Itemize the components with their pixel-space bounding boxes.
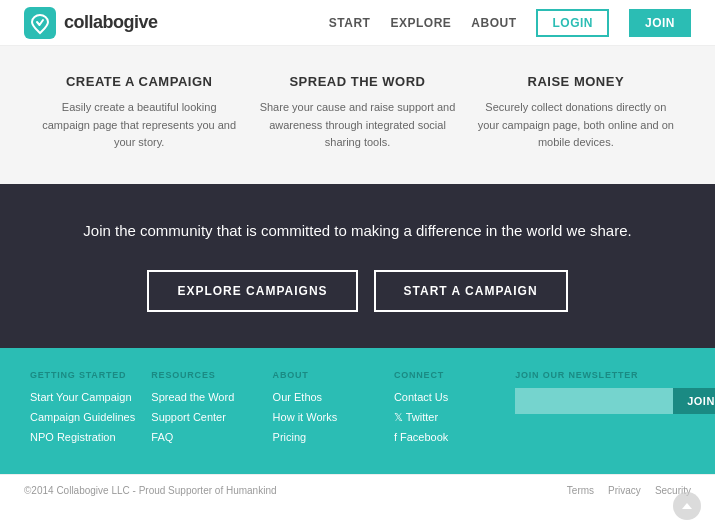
login-button[interactable]: LOGIN bbox=[536, 9, 609, 37]
cta-buttons: EXPLORE CAMPAIGNS START A CAMPAIGN bbox=[60, 270, 655, 312]
feature-spread-title: SPREAD THE WORD bbox=[258, 74, 456, 89]
feature-raise-desc: Securely collect donations directly on y… bbox=[477, 99, 675, 152]
footer-bottom: ©2014 Collabogive LLC - Proud Supporter … bbox=[0, 474, 715, 506]
nav-about[interactable]: ABOUT bbox=[471, 16, 516, 30]
cta-section: Join the community that is committed to … bbox=[0, 184, 715, 349]
footer-link-twitter[interactable]: 𝕏 Twitter bbox=[394, 408, 515, 428]
logo-text: collabogive bbox=[64, 12, 158, 33]
feature-raise: RAISE MONEY Securely collect donations d… bbox=[477, 74, 675, 152]
footer-link-pricing[interactable]: Pricing bbox=[273, 428, 394, 448]
footer-col-resources: RESOURCES Spread the Word Support Center… bbox=[151, 370, 272, 447]
start-campaign-button[interactable]: START A CAMPAIGN bbox=[374, 270, 568, 312]
logo-area: collabogive bbox=[24, 7, 158, 39]
feature-raise-title: RAISE MONEY bbox=[477, 74, 675, 89]
newsletter-form: JOIN bbox=[515, 388, 685, 414]
newsletter-input[interactable] bbox=[515, 388, 673, 414]
scroll-up-arrow-icon bbox=[682, 503, 692, 509]
newsletter-join-button[interactable]: JOIN bbox=[673, 388, 715, 414]
nav-explore[interactable]: EXPLORE bbox=[390, 16, 451, 30]
main-nav: START EXPLORE ABOUT LOGIN JOIN bbox=[329, 9, 691, 37]
footer-col-getting-started-title: GETTING STARTED bbox=[30, 370, 151, 380]
feature-create: CREATE A CAMPAIGN Easily create a beauti… bbox=[40, 74, 238, 152]
header: collabogive START EXPLORE ABOUT LOGIN JO… bbox=[0, 0, 715, 46]
feature-spread: SPREAD THE WORD Share your cause and rai… bbox=[258, 74, 456, 152]
feature-spread-desc: Share your cause and raise support and a… bbox=[258, 99, 456, 152]
footer-link-faq[interactable]: FAQ bbox=[151, 428, 272, 448]
feature-create-title: CREATE A CAMPAIGN bbox=[40, 74, 238, 89]
footer-col-resources-title: RESOURCES bbox=[151, 370, 272, 380]
scroll-to-top-button[interactable] bbox=[673, 492, 701, 520]
footer-col-getting-started: GETTING STARTED Start Your Campaign Camp… bbox=[30, 370, 151, 447]
feature-create-desc: Easily create a beautiful looking campai… bbox=[40, 99, 238, 152]
footer-link-start-campaign[interactable]: Start Your Campaign bbox=[30, 388, 151, 408]
twitter-icon: 𝕏 bbox=[394, 411, 406, 423]
footer-privacy-link[interactable]: Privacy bbox=[608, 485, 641, 496]
newsletter-col: JOIN OUR NEWSLETTER JOIN bbox=[515, 370, 685, 447]
copyright: ©2014 Collabogive LLC - Proud Supporter … bbox=[24, 485, 277, 496]
footer-link-guidelines[interactable]: Campaign Guidelines bbox=[30, 408, 151, 428]
footer-bottom-links: Terms Privacy Security bbox=[567, 485, 691, 496]
footer-col-about: ABOUT Our Ethos How it Works Pricing bbox=[273, 370, 394, 447]
footer-col-connect: CONNECT Contact Us 𝕏 Twitter f Facebook bbox=[394, 370, 515, 447]
nav-start[interactable]: START bbox=[329, 16, 371, 30]
cta-tagline: Join the community that is committed to … bbox=[60, 220, 655, 243]
newsletter-title: JOIN OUR NEWSLETTER bbox=[515, 370, 685, 380]
footer-col-connect-title: CONNECT bbox=[394, 370, 515, 380]
join-button[interactable]: JOIN bbox=[629, 9, 691, 37]
footer-link-spread-word[interactable]: Spread the Word bbox=[151, 388, 272, 408]
footer-link-how-it-works[interactable]: How it Works bbox=[273, 408, 394, 428]
features-section: CREATE A CAMPAIGN Easily create a beauti… bbox=[0, 46, 715, 184]
footer-link-facebook[interactable]: f Facebook bbox=[394, 428, 515, 448]
logo-icon bbox=[24, 7, 56, 39]
footer-columns: GETTING STARTED Start Your Campaign Camp… bbox=[30, 370, 685, 447]
footer-col-about-title: ABOUT bbox=[273, 370, 394, 380]
footer-link-npo[interactable]: NPO Registration bbox=[30, 428, 151, 448]
footer-teal: GETTING STARTED Start Your Campaign Camp… bbox=[0, 348, 715, 473]
footer-terms-link[interactable]: Terms bbox=[567, 485, 594, 496]
explore-campaigns-button[interactable]: EXPLORE CAMPAIGNS bbox=[147, 270, 357, 312]
footer-link-ethos[interactable]: Our Ethos bbox=[273, 388, 394, 408]
footer-link-contact[interactable]: Contact Us bbox=[394, 388, 515, 408]
footer-link-support[interactable]: Support Center bbox=[151, 408, 272, 428]
